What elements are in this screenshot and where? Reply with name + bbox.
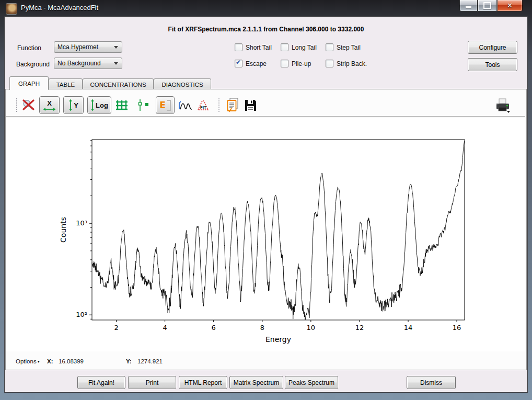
cursor-y-value: 1274.921 (137, 358, 163, 364)
y-autoscale-button[interactable]: Y (63, 96, 84, 114)
checkbox-step-tail[interactable]: Step Tail (326, 43, 361, 51)
background-combobox[interactable]: No Background (54, 58, 122, 69)
plot-toolbar: X Y Log (16, 95, 257, 115)
tab-graph[interactable]: GRAPH (9, 76, 49, 90)
app-icon (6, 3, 17, 15)
options-button[interactable]: Options ▾ (16, 358, 40, 364)
energy-axis-label: E (159, 100, 166, 110)
fit-icon[interactable]: FIT (196, 98, 212, 112)
toolbar-drag-handle[interactable] (218, 98, 220, 112)
checkbox-short-tail[interactable]: Short Tail (235, 43, 272, 51)
checkbox-box[interactable] (281, 43, 288, 51)
peak-markers-icon[interactable] (136, 98, 152, 112)
chevron-down-icon (114, 46, 118, 49)
html-report-button[interactable]: HTML Report (179, 376, 227, 389)
copy-clipboard-icon[interactable] (226, 97, 240, 113)
vertical-arrow-icon (90, 98, 95, 112)
bracket-icon (167, 100, 171, 111)
checkbox-label: Strip Back. (337, 60, 367, 67)
print-button[interactable]: Print (128, 376, 176, 389)
minimize-button[interactable] (459, 0, 478, 12)
svg-text:4: 4 (163, 324, 167, 332)
svg-text:2: 2 (114, 324, 118, 332)
fit-label: FIT (200, 105, 206, 110)
toolbar-drag-handle[interactable] (16, 98, 18, 112)
x-autoscale-label: X (47, 99, 52, 107)
checkbox-label: Short Tail (246, 44, 272, 51)
window-frame: PyMca - McaAdvancedFit ✕ Fit of XRFSpect… (0, 0, 532, 400)
checkbox-escape[interactable]: Escape (235, 60, 267, 67)
options-label: Options (16, 358, 37, 364)
horizontal-arrow-icon (42, 107, 56, 111)
svg-text:8: 8 (260, 324, 264, 332)
cursor-y-label: Y: (126, 358, 132, 364)
energy-axis-button[interactable]: E (156, 96, 175, 114)
tab-diagnostics[interactable]: DIAGNOSTICS (154, 78, 211, 90)
print-icon[interactable] (494, 97, 511, 114)
cursor-x-value: 16.08399 (59, 358, 84, 364)
checkbox-box[interactable] (281, 60, 288, 67)
peaks-spectrum-button[interactable]: Peaks Spectrum (285, 376, 338, 389)
checkbox-strip-back[interactable]: Strip Back. (326, 60, 367, 67)
checkbox-label: Long Tail (292, 44, 317, 51)
svg-text:6: 6 (212, 324, 216, 332)
checkbox-box[interactable] (235, 43, 242, 51)
log-scale-button[interactable]: Log (87, 96, 111, 114)
grid-icon[interactable] (115, 98, 129, 112)
checkbox-label: Escape (246, 60, 267, 67)
spectrum-plot-canvas[interactable]: 24681012141610²10³EnergyCounts (6, 118, 525, 351)
fit-header-title: Fit of XRFSpectrum.mca 2.1.1.1 from Chan… (5, 26, 527, 33)
function-label: Function (17, 44, 41, 52)
svg-text:12: 12 (355, 324, 364, 332)
fit-again-button[interactable]: Fit Again! (77, 376, 125, 389)
background-label: Background (16, 61, 50, 68)
x-autoscale-button[interactable]: X (39, 96, 60, 114)
svg-text:Energy: Energy (265, 335, 291, 344)
checkbox-long-tail[interactable]: Long Tail (281, 43, 317, 51)
checkbox-label: Pile-up (292, 60, 311, 67)
svg-text:10: 10 (307, 324, 316, 332)
minimize-icon (466, 6, 471, 8)
plot-statusbar: Options ▾ X: 16.08399 Y: 1274.921 (0, 357, 532, 367)
window-title: PyMca - McaAdvancedFit (21, 4, 98, 12)
function-combobox[interactable]: Mca Hypermet (54, 41, 122, 53)
svg-text:16: 16 (453, 324, 461, 332)
svg-text:10³: 10³ (76, 219, 87, 227)
cursor-x-label: X: (47, 358, 53, 364)
chevron-down-icon: ▾ (37, 359, 40, 364)
tab-table[interactable]: TABLE (49, 78, 83, 90)
toolbar-separator-line (6, 116, 525, 117)
background-value: No Background (57, 60, 101, 67)
vertical-arrow-icon (68, 98, 73, 112)
maximize-icon (483, 2, 491, 9)
y-autoscale-label: Y (74, 101, 78, 109)
checkbox-label: Step Tail (337, 44, 361, 51)
svg-text:Counts: Counts (59, 217, 67, 243)
tab-concentrations[interactable]: CONCENTRATIONS (83, 78, 154, 90)
configure-button[interactable]: Configure (468, 41, 517, 54)
dismiss-button[interactable]: Dismiss (407, 376, 456, 389)
checkbox-box[interactable] (326, 60, 333, 67)
svg-text:14: 14 (404, 324, 413, 332)
close-button[interactable]: ✕ (497, 0, 523, 12)
close-icon: ✕ (507, 2, 513, 9)
log-scale-label: Log (96, 101, 108, 109)
checkbox-pile-up[interactable]: Pile-up (281, 60, 311, 67)
maximize-button[interactable] (478, 0, 497, 12)
chevron-down-icon (114, 62, 118, 65)
checkbox-box[interactable] (235, 60, 242, 67)
titlebar[interactable]: PyMca - McaAdvancedFit ✕ (0, 0, 532, 16)
checkbox-box[interactable] (326, 43, 333, 51)
matrix-spectrum-button[interactable]: Matrix Spectrum (229, 376, 283, 389)
save-icon[interactable] (244, 99, 257, 112)
function-value: Mca Hypermet (57, 43, 98, 51)
fit-overlay-icon[interactable] (178, 98, 193, 112)
zoom-reset-icon[interactable] (21, 98, 36, 112)
tools-button[interactable]: Tools (468, 58, 517, 71)
svg-text:10²: 10² (76, 311, 87, 318)
